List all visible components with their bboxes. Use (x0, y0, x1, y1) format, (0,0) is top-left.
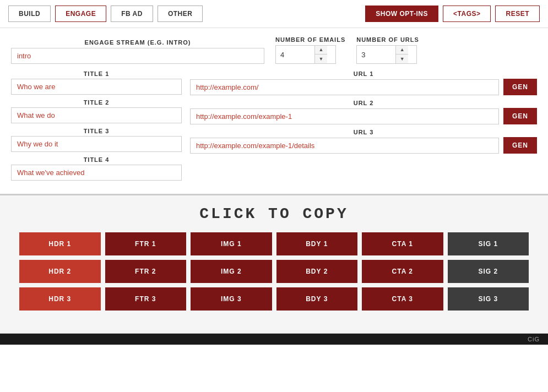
title-row-2: TITLE 2 (11, 99, 182, 123)
engage-stream-label: ENGAGE STREAM (e.g. INTRO) (11, 39, 264, 46)
url-3-label: URL 3 (190, 129, 537, 135)
bdy-2-button[interactable]: BDY 2 (276, 260, 358, 283)
num-emails-group: NUMBER OF EMAILS ▲ ▼ (275, 36, 345, 64)
button-grid: HDR 1 FTR 1 IMG 1 BDY 1 CTA 1 SIG 1 HDR … (11, 232, 537, 323)
img-1-button[interactable]: IMG 1 (191, 232, 272, 255)
engage-stream-input[interactable] (11, 48, 264, 64)
btn-row-1: HDR 1 FTR 1 IMG 1 BDY 1 CTA 1 SIG 1 (19, 232, 529, 255)
num-emails-label: NUMBER OF EMAILS (275, 36, 345, 43)
url-row-1: URL 1 GEN (190, 70, 537, 95)
sig-2-button[interactable]: SIG 2 (448, 260, 529, 283)
img-2-button[interactable]: IMG 2 (191, 260, 272, 283)
title-1-input[interactable] (11, 79, 182, 95)
title-3-input[interactable] (11, 136, 182, 152)
form-area: ENGAGE STREAM (e.g. INTRO) NUMBER OF EMA… (0, 28, 548, 195)
url-3-inner: GEN (190, 137, 537, 154)
title-4-input[interactable] (11, 165, 182, 181)
gen-1-button[interactable]: GEN (503, 79, 537, 95)
title-2-label: TITLE 2 (11, 99, 182, 106)
num-emails-input-wrap: ▲ ▼ (275, 45, 336, 64)
gen-2-button[interactable]: GEN (503, 108, 537, 124)
title-row-1: TITLE 1 (11, 70, 182, 95)
url-1-input[interactable] (190, 79, 499, 95)
url-row-3: URL 3 GEN (190, 129, 537, 154)
engage-stream-group: ENGAGE STREAM (e.g. INTRO) (11, 39, 264, 64)
other-button[interactable]: OTHER (158, 6, 203, 22)
hdr-2-button[interactable]: HDR 2 (19, 260, 101, 283)
hdr-1-button[interactable]: HDR 1 (19, 232, 101, 255)
ftr-3-button[interactable]: FTR 3 (105, 287, 187, 311)
url-3-input[interactable] (190, 138, 499, 154)
num-emails-down[interactable]: ▼ (315, 55, 327, 63)
titles-column: TITLE 1 TITLE 2 TITLE 3 TITLE 4 (11, 70, 182, 183)
title-row-4: TITLE 4 (11, 156, 182, 181)
num-emails-up[interactable]: ▲ (315, 46, 327, 55)
gen-3-button[interactable]: GEN (503, 137, 537, 154)
num-urls-up[interactable]: ▲ (396, 46, 408, 55)
num-urls-input[interactable] (357, 47, 395, 62)
title-3-label: TITLE 3 (11, 128, 182, 134)
show-optins-button[interactable]: SHOW OPT-INS (365, 6, 438, 22)
title-4-label: TITLE 4 (11, 156, 182, 163)
fbad-button[interactable]: FB AD (111, 6, 153, 22)
title-1-label: TITLE 1 (11, 70, 182, 77)
title-row-3: TITLE 3 (11, 128, 182, 152)
toolbar: BUILD ENGAGE FB AD OTHER SHOW OPT-INS <T… (0, 0, 548, 28)
title-2-input[interactable] (11, 107, 182, 123)
btn-row-2: HDR 2 FTR 2 IMG 2 BDY 2 CTA 2 SIG 2 (19, 260, 529, 283)
num-urls-group: NUMBER OF URLS ▲ ▼ (356, 36, 419, 64)
engage-row: ENGAGE STREAM (e.g. INTRO) NUMBER OF EMA… (11, 36, 537, 64)
sig-3-button[interactable]: SIG 3 (448, 287, 529, 311)
url-1-inner: GEN (190, 79, 537, 95)
num-urls-input-wrap: ▲ ▼ (356, 45, 417, 64)
url-row-2: URL 2 GEN (190, 100, 537, 124)
copy-section-title: CLICK TO COPY (11, 205, 537, 222)
url-1-label: URL 1 (190, 70, 537, 77)
cta-3-button[interactable]: CTA 3 (362, 287, 443, 311)
url-2-input[interactable] (190, 108, 499, 124)
bdy-3-button[interactable]: BDY 3 (276, 287, 358, 311)
num-urls-down[interactable]: ▼ (396, 55, 408, 63)
bdy-1-button[interactable]: BDY 1 (276, 232, 358, 255)
num-urls-label: NUMBER OF URLS (356, 36, 419, 43)
img-3-button[interactable]: IMG 3 (191, 287, 272, 311)
footer-text: CiG (528, 336, 540, 342)
footer: CiG (0, 334, 548, 345)
num-urls-spinner: ▲ ▼ (395, 46, 408, 63)
engage-button[interactable]: ENGAGE (55, 6, 106, 22)
url-2-inner: GEN (190, 108, 537, 124)
titles-urls-grid: TITLE 1 TITLE 2 TITLE 3 TITLE 4 URL 1 (11, 70, 537, 183)
url-2-label: URL 2 (190, 100, 537, 106)
reset-button[interactable]: RESET (495, 6, 540, 22)
urls-column: URL 1 GEN URL 2 GEN URL 3 GEN (190, 70, 537, 156)
btn-row-3: HDR 3 FTR 3 IMG 3 BDY 3 CTA 3 SIG 3 (19, 287, 529, 311)
sig-1-button[interactable]: SIG 1 (448, 232, 529, 255)
cta-1-button[interactable]: CTA 1 (362, 232, 443, 255)
ftr-2-button[interactable]: FTR 2 (105, 260, 187, 283)
num-emails-spinner: ▲ ▼ (314, 46, 327, 63)
copy-section: CLICK TO COPY HDR 1 FTR 1 IMG 1 BDY 1 CT… (0, 195, 548, 334)
cta-2-button[interactable]: CTA 2 (362, 260, 443, 283)
ftr-1-button[interactable]: FTR 1 (105, 232, 187, 255)
num-emails-input[interactable] (276, 47, 314, 62)
tags-button[interactable]: <TAGS> (443, 6, 491, 22)
build-button[interactable]: BUILD (8, 6, 51, 22)
hdr-3-button[interactable]: HDR 3 (19, 287, 101, 311)
